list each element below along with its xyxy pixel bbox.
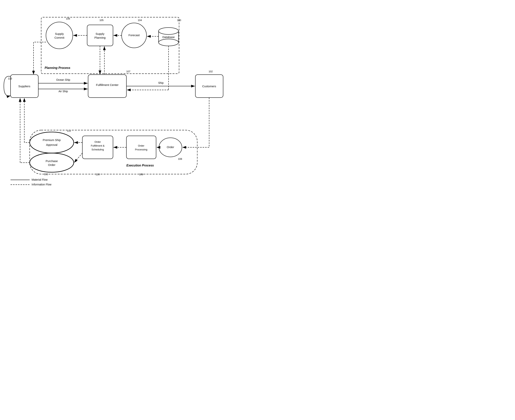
ref-107: 107 (126, 70, 131, 73)
planning-process-box (41, 17, 179, 74)
diagram-container: Supply Commit 106 Supply Planning 105 Fo… (0, 0, 230, 188)
fulfillment-label: Fulfillment Center (96, 83, 119, 86)
ref-110: 110 (96, 173, 100, 176)
order-fulfillment-label3: Scheduling (92, 148, 104, 151)
ref-108: 108 (178, 158, 182, 160)
order-processing-label2: Processing (135, 148, 147, 151)
purchase-order-label2: Order (48, 163, 55, 166)
suppliers-label: Suppliers (18, 85, 31, 88)
air-ship-label: Air Ship (58, 90, 68, 93)
execution-process-label: Execution Process (126, 164, 154, 167)
supply-planning-node (87, 25, 113, 46)
order-fulfillment-label2: Fulfillment & (91, 144, 105, 147)
order-fulfillment-label: Order (94, 141, 101, 143)
ref-112: 112 (67, 129, 71, 132)
database-bottom (159, 39, 178, 46)
fulfillment-po-arrow (74, 153, 82, 163)
ref-104: 104 (138, 19, 142, 22)
premium-ship-label: Premium Ship (43, 138, 61, 142)
ref-113: 113 (8, 77, 12, 80)
supply-commit-label: Supply (55, 32, 64, 35)
premium-ship-node (30, 132, 74, 153)
order-processing-node (126, 136, 156, 159)
supply-commit-label2: Commit (54, 36, 64, 39)
forecast-label: Forecast (129, 33, 140, 37)
execution-process-box (30, 130, 197, 174)
order-label: Order (167, 145, 174, 149)
ref-105: 105 (100, 19, 104, 22)
database-top (159, 28, 178, 34)
ref-111: 111 (44, 173, 48, 176)
supply-planning-label: Supply (96, 32, 104, 35)
material-flow-legend-label: Material Flow (32, 178, 48, 181)
ref-106: 106 (66, 17, 70, 20)
planning-process-label: Planning Process (45, 66, 70, 69)
supply-commit-node (46, 22, 73, 49)
customers-label: Customers (202, 85, 216, 88)
database-label: Database (162, 35, 175, 39)
order-fulfillment-node (82, 136, 113, 159)
ship-label: Ship (158, 81, 164, 84)
premium-ship-label2: Approval (46, 143, 57, 146)
order-processing-label: Order (138, 144, 144, 147)
ref-109: 109 (139, 173, 143, 176)
info-flow-legend-label: Information Flow (32, 183, 52, 186)
ocean-ship-label: Ocean Ship (56, 78, 70, 81)
purchase-order-node (30, 153, 74, 172)
purchase-order-label: Purchase (46, 159, 58, 163)
ref-103: 103 (177, 19, 181, 22)
ref-102: 102 (208, 70, 213, 73)
supply-planning-label2: Planning (94, 36, 106, 39)
